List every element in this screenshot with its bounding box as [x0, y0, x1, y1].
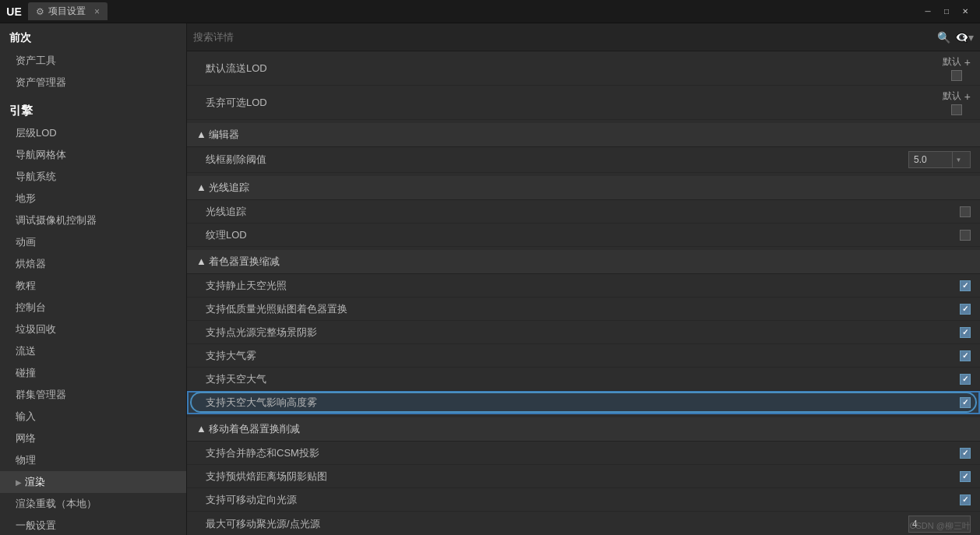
sidebar: 前次 资产工具资产管理器引擎层级LOD导航网格体导航系统地形调试摄像机控制器动画… [0, 23, 187, 535]
sidebar-item-animation[interactable]: 动画 [0, 231, 186, 253]
sidebar-item-collision[interactable]: 碰撞 [0, 362, 186, 384]
setting-label-static-sky-light: 支持静止天空光照 [206, 279, 960, 293]
close-tab-icon[interactable]: × [94, 6, 100, 17]
sidebar-item-label: 控制台 [16, 301, 46, 315]
checkbox-point-light-shadows[interactable] [960, 327, 971, 338]
sidebar-item-physics[interactable]: 物理 [0, 449, 186, 471]
ue-logo: UE [6, 4, 22, 19]
setting-label-atmosphere: 支持大气雾 [206, 349, 960, 363]
sidebar-item-label: 引擎 [9, 104, 33, 118]
setting-value-precomputed-lightmap [960, 471, 971, 482]
sidebar-item-console[interactable]: 控制台 [0, 297, 186, 319]
sidebar-item-input[interactable]: 输入 [0, 406, 186, 428]
sidebar-item-streaming[interactable]: 流送 [0, 340, 186, 362]
setting-row-atmosphere: 支持大气雾 [187, 344, 980, 368]
checkbox-low-quality-lightmap[interactable] [960, 304, 971, 315]
setting-label-point-light-shadows: 支持点光源完整场景阴影 [206, 326, 960, 340]
sidebar-item-terrain[interactable]: 地形 [0, 188, 186, 209]
plus-icon[interactable]: + [964, 90, 971, 103]
sidebar-item-general-settings[interactable]: 一般设置 [0, 515, 186, 535]
checkbox-precomputed-lightmap[interactable] [960, 471, 971, 482]
checkbox-texture-lod[interactable] [960, 230, 971, 241]
setting-row-precomputed-lightmap: 支持预烘焙距离场阴影贴图 [187, 465, 980, 488]
content-area: 🔍 👁‍🗨▾ 默认流送LOD默认+丢弃可选LOD默认+▲ 编辑器线框剔除阈值▼▲… [187, 23, 980, 535]
checkbox-default-streaming-lod[interactable] [951, 70, 962, 81]
sidebar-item-label: 导航网格体 [16, 148, 66, 162]
search-bar: 🔍 👁‍🗨▾ [187, 23, 980, 51]
sidebar-item-label: 一般设置 [16, 519, 56, 533]
sidebar-item-label: 群集管理器 [16, 388, 66, 402]
sidebar-item-label: 渲染 [25, 475, 45, 489]
section-header-editor-section[interactable]: ▲ 编辑器 [187, 123, 980, 147]
checkbox-movable-directional[interactable] [960, 495, 971, 505]
setting-value-sky-atmosphere [960, 374, 971, 385]
search-icon[interactable]: 🔍 [937, 31, 950, 44]
setting-label-sky-atmosphere: 支持天空大气 [206, 372, 960, 386]
checkbox-raytracing[interactable] [960, 206, 971, 217]
sidebar-item-label: 垃圾回收 [16, 322, 56, 336]
sidebar-item-label: 渲染重载（本地） [16, 497, 97, 511]
section-header-raytracing-section[interactable]: ▲ 光线追踪 [187, 176, 980, 200]
default-plus-stack: 默认+ [943, 55, 971, 81]
setting-label-texture-lod: 纹理LOD [206, 228, 960, 242]
sidebar-item-nav-mesh[interactable]: 导航网格体 [0, 144, 186, 166]
sidebar-item-engine-header[interactable]: 引擎 [0, 100, 186, 122]
maximize-button[interactable]: □ [938, 5, 955, 19]
sidebar-item-baker[interactable]: 烘焙器 [0, 253, 186, 275]
setting-label-raytracing: 光线追踪 [206, 205, 960, 219]
sidebar-item-level-lod[interactable]: 层级LOD [0, 122, 186, 144]
title-tab[interactable]: ⚙ 项目设置 × [28, 2, 108, 20]
setting-value-sky-atmosphere-height-fog [960, 397, 971, 408]
default-btn-default-streaming-lod[interactable]: 默认+ [943, 55, 971, 69]
settings-content: 默认流送LOD默认+丢弃可选LOD默认+▲ 编辑器线框剔除阈值▼▲ 光线追踪光线… [187, 51, 980, 535]
sidebar-item-network[interactable]: 网络 [0, 428, 186, 449]
sidebar-item-render-reload[interactable]: 渲染重载（本地） [0, 493, 186, 515]
setting-row-default-streaming-lod: 默认流送LOD默认+ [187, 51, 980, 86]
sidebar-item-tutorial[interactable]: 教程 [0, 275, 186, 297]
sidebar-item-debug-camera[interactable]: 调试摄像机控制器 [0, 209, 186, 231]
search-input[interactable] [193, 31, 932, 43]
checkbox-atmosphere[interactable] [960, 350, 971, 361]
title-bar-controls: ─ □ ✕ [919, 5, 974, 19]
setting-row-discard-optional-lod: 丢弃可选LOD默认+ [187, 86, 980, 120]
view-options-button[interactable]: 👁‍🗨▾ [955, 31, 974, 44]
footer: CSDN @柳三叶 [910, 520, 971, 532]
sidebar-item-asset-tools[interactable]: 资产工具 [0, 50, 186, 72]
sidebar-item-crowd-manager[interactable]: 群集管理器 [0, 384, 186, 406]
number-arrow-icon[interactable]: ▼ [952, 152, 964, 167]
sidebar-item-recycle-bin[interactable]: 垃圾回收 [0, 319, 186, 340]
checkbox-static-sky-light[interactable] [960, 280, 971, 291]
section-header-shader-section[interactable]: ▲ 着色器置换缩减 [187, 250, 980, 274]
setting-value-static-sky-light [960, 280, 971, 291]
title-bar: UE ⚙ 项目设置 × ─ □ ✕ [0, 0, 980, 23]
sidebar-item-asset-manager[interactable]: 资产管理器 [0, 72, 186, 93]
sidebar-item-label: 烘焙器 [16, 257, 46, 271]
main-layout: 前次 资产工具资产管理器引擎层级LOD导航网格体导航系统地形调试摄像机控制器动画… [0, 23, 980, 535]
plus-icon[interactable]: + [964, 56, 971, 69]
setting-row-sky-atmosphere-height-fog: 支持天空大气影响高度雾 [187, 391, 980, 414]
setting-row-max-movable-point-lights: 最大可移动聚光源/点光源▼ [187, 512, 980, 535]
setting-row-texture-lod: 纹理LOD [187, 224, 980, 247]
section-header-mobile-shader-section[interactable]: ▲ 移动着色器置换削减 [187, 417, 980, 442]
setting-row-raytracing: 光线追踪 [187, 200, 980, 224]
checkbox-sky-atmosphere[interactable] [960, 374, 971, 385]
setting-row-point-light-shadows: 支持点光源完整场景阴影 [187, 321, 980, 344]
sidebar-item-label: 导航系统 [16, 170, 56, 184]
setting-value-point-light-shadows [960, 327, 971, 338]
sidebar-item-label: 碰撞 [16, 366, 36, 380]
default-btn-discard-optional-lod[interactable]: 默认+ [943, 90, 971, 103]
setting-value-wireframe-threshold: ▼ [908, 151, 971, 168]
minimize-button[interactable]: ─ [919, 5, 936, 19]
checkbox-sky-atmosphere-height-fog[interactable] [960, 397, 971, 408]
checkbox-merged-static-csm[interactable] [960, 448, 971, 459]
checkbox-wrap-discard-optional-lod [943, 104, 971, 115]
checkbox-discard-optional-lod[interactable] [951, 104, 962, 115]
setting-row-movable-directional: 支持可移动定向光源 [187, 488, 980, 512]
close-button[interactable]: ✕ [957, 5, 974, 19]
sidebar-item-render[interactable]: ▶渲染 [0, 471, 186, 493]
setting-label-max-movable-point-lights: 最大可移动聚光源/点光源 [206, 517, 908, 531]
number-input-wireframe-threshold[interactable] [909, 153, 952, 167]
sidebar-item-label: 资产管理器 [16, 76, 66, 90]
setting-value-movable-directional [960, 495, 971, 505]
sidebar-item-nav-system[interactable]: 导航系统 [0, 166, 186, 188]
